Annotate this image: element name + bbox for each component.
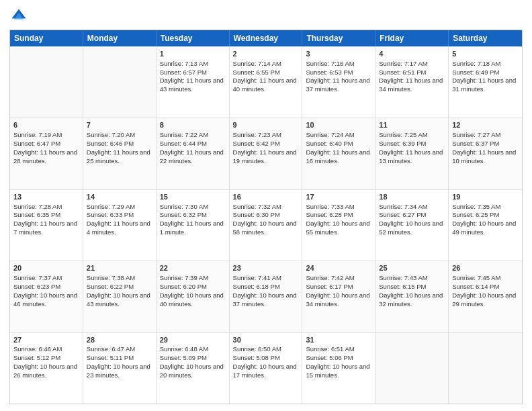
sunset-text: Sunset: 6:22 PM xyxy=(87,283,134,290)
sunset-text: Sunset: 6:28 PM xyxy=(306,211,353,218)
day-number: 9 xyxy=(233,120,299,130)
calendar-cell: 23Sunrise: 7:41 AMSunset: 6:18 PMDayligh… xyxy=(230,261,303,332)
calendar-cell: 19Sunrise: 7:35 AMSunset: 6:25 PMDayligh… xyxy=(449,190,522,261)
day-number: 22 xyxy=(160,263,226,273)
daylight-text: Daylight: 11 hours and 1 minute. xyxy=(160,220,224,236)
sunrise-text: Sunrise: 7:34 AM xyxy=(379,203,427,210)
sunset-text: Sunset: 6:51 PM xyxy=(379,68,426,76)
daylight-text: Daylight: 10 hours and 37 minutes. xyxy=(233,291,297,308)
sunrise-text: Sunrise: 7:23 AM xyxy=(233,131,281,138)
day-number: 7 xyxy=(87,120,152,130)
calendar-header-row: SundayMondayTuesdayWednesdayThursdayFrid… xyxy=(10,30,522,46)
day-number: 4 xyxy=(379,49,445,59)
day-number: 6 xyxy=(13,120,79,130)
calendar-cell: 27Sunrise: 6:46 AMSunset: 5:12 PMDayligh… xyxy=(10,333,83,404)
daylight-text: Daylight: 11 hours and 7 minutes. xyxy=(13,220,77,236)
sunrise-text: Sunrise: 7:30 AM xyxy=(160,203,208,210)
calendar-cell: 24Sunrise: 7:42 AMSunset: 6:17 PMDayligh… xyxy=(302,261,375,332)
day-number: 13 xyxy=(13,192,79,202)
sunset-text: Sunset: 6:57 PM xyxy=(160,68,207,76)
sunrise-text: Sunrise: 7:42 AM xyxy=(306,274,354,281)
calendar-cell: 16Sunrise: 7:32 AMSunset: 6:30 PMDayligh… xyxy=(230,190,303,261)
sunset-text: Sunset: 6:15 PM xyxy=(379,283,426,290)
sunrise-text: Sunrise: 7:22 AM xyxy=(160,131,208,138)
daylight-text: Daylight: 11 hours and 34 minutes. xyxy=(379,77,443,93)
sunset-text: Sunset: 6:14 PM xyxy=(452,283,499,290)
calendar-cell: 4Sunrise: 7:17 AMSunset: 6:51 PMDaylight… xyxy=(375,47,449,118)
daylight-text: Daylight: 10 hours and 29 minutes. xyxy=(452,291,516,308)
daylight-text: Daylight: 10 hours and 34 minutes. xyxy=(306,291,369,308)
sunrise-text: Sunrise: 6:47 AM xyxy=(87,345,135,353)
calendar-cell: 26Sunrise: 7:45 AMSunset: 6:14 PMDayligh… xyxy=(449,261,522,332)
calendar-cell: 31Sunrise: 6:51 AMSunset: 5:06 PMDayligh… xyxy=(302,333,375,404)
daylight-text: Daylight: 10 hours and 20 minutes. xyxy=(160,363,224,379)
header-day-sunday: Sunday xyxy=(10,30,83,46)
day-number: 3 xyxy=(306,49,371,59)
sunset-text: Sunset: 6:18 PM xyxy=(233,283,280,290)
header-day-monday: Monday xyxy=(83,30,157,46)
calendar-cell: 7Sunrise: 7:20 AMSunset: 6:46 PMDaylight… xyxy=(83,118,157,189)
day-number: 16 xyxy=(233,192,299,202)
sunset-text: Sunset: 6:23 PM xyxy=(13,283,60,290)
calendar-row-2: 13Sunrise: 7:28 AMSunset: 6:35 PMDayligh… xyxy=(10,189,522,261)
header-day-tuesday: Tuesday xyxy=(157,30,230,46)
page: SundayMondayTuesdayWednesdayThursdayFrid… xyxy=(0,0,532,411)
sunrise-text: Sunrise: 7:16 AM xyxy=(306,60,354,67)
calendar-row-3: 20Sunrise: 7:37 AMSunset: 6:23 PMDayligh… xyxy=(10,261,522,332)
logo-area xyxy=(9,7,31,26)
calendar-cell: 17Sunrise: 7:33 AMSunset: 6:28 PMDayligh… xyxy=(302,190,375,261)
sunset-text: Sunset: 5:12 PM xyxy=(13,354,60,361)
day-number: 8 xyxy=(160,120,226,130)
day-number: 19 xyxy=(452,192,519,202)
calendar-cell: 8Sunrise: 7:22 AMSunset: 6:44 PMDaylight… xyxy=(157,118,230,189)
daylight-text: Daylight: 11 hours and 25 minutes. xyxy=(87,148,150,165)
calendar-cell: 25Sunrise: 7:43 AMSunset: 6:15 PMDayligh… xyxy=(375,261,449,332)
calendar-cell: 2Sunrise: 7:14 AMSunset: 6:55 PMDaylight… xyxy=(230,47,303,118)
daylight-text: Daylight: 10 hours and 46 minutes. xyxy=(13,291,77,308)
day-number: 15 xyxy=(160,192,226,202)
day-number: 5 xyxy=(452,49,519,59)
sunrise-text: Sunrise: 7:38 AM xyxy=(87,274,135,281)
sunrise-text: Sunrise: 7:41 AM xyxy=(233,274,281,281)
day-number: 18 xyxy=(379,192,445,202)
logo-icon xyxy=(9,7,28,26)
daylight-text: Daylight: 10 hours and 15 minutes. xyxy=(306,363,369,379)
sunset-text: Sunset: 6:35 PM xyxy=(13,211,60,218)
day-number: 31 xyxy=(306,335,371,345)
sunrise-text: Sunrise: 7:32 AM xyxy=(233,203,281,210)
day-number: 23 xyxy=(233,263,299,273)
sunrise-text: Sunrise: 7:37 AM xyxy=(13,274,62,281)
sunset-text: Sunset: 6:17 PM xyxy=(306,283,353,290)
sunset-text: Sunset: 6:30 PM xyxy=(233,211,280,218)
sunrise-text: Sunrise: 7:45 AM xyxy=(452,274,500,281)
calendar-cell: 3Sunrise: 7:16 AMSunset: 6:53 PMDaylight… xyxy=(302,47,375,118)
day-number: 24 xyxy=(306,263,371,273)
day-number: 12 xyxy=(452,120,519,130)
sunset-text: Sunset: 6:44 PM xyxy=(160,140,207,147)
sunrise-text: Sunrise: 7:43 AM xyxy=(379,274,427,281)
calendar-row-4: 27Sunrise: 6:46 AMSunset: 5:12 PMDayligh… xyxy=(10,332,522,404)
day-number: 21 xyxy=(87,263,152,273)
calendar-body: 1Sunrise: 7:13 AMSunset: 6:57 PMDaylight… xyxy=(10,46,522,404)
sunset-text: Sunset: 6:40 PM xyxy=(306,140,353,147)
sunset-text: Sunset: 6:53 PM xyxy=(306,68,353,76)
header-day-thursday: Thursday xyxy=(302,30,375,46)
calendar-cell: 11Sunrise: 7:25 AMSunset: 6:39 PMDayligh… xyxy=(375,118,449,189)
calendar-cell: 13Sunrise: 7:28 AMSunset: 6:35 PMDayligh… xyxy=(10,190,83,261)
sunrise-text: Sunrise: 7:13 AM xyxy=(160,60,208,67)
calendar-cell: 5Sunrise: 7:18 AMSunset: 6:49 PMDaylight… xyxy=(449,47,522,118)
header xyxy=(9,7,523,26)
day-number: 26 xyxy=(452,263,519,273)
calendar-cell: 1Sunrise: 7:13 AMSunset: 6:57 PMDaylight… xyxy=(157,47,230,118)
sunset-text: Sunset: 5:09 PM xyxy=(160,354,207,361)
sunrise-text: Sunrise: 7:24 AM xyxy=(306,131,354,138)
calendar-cell xyxy=(83,47,157,118)
calendar-cell: 28Sunrise: 6:47 AMSunset: 5:11 PMDayligh… xyxy=(83,333,157,404)
daylight-text: Daylight: 11 hours and 22 minutes. xyxy=(160,148,224,165)
daylight-text: Daylight: 10 hours and 17 minutes. xyxy=(233,363,297,379)
calendar-cell: 15Sunrise: 7:30 AMSunset: 6:32 PMDayligh… xyxy=(157,190,230,261)
day-number: 25 xyxy=(379,263,445,273)
calendar-cell: 12Sunrise: 7:27 AMSunset: 6:37 PMDayligh… xyxy=(449,118,522,189)
calendar-cell: 29Sunrise: 6:48 AMSunset: 5:09 PMDayligh… xyxy=(157,333,230,404)
daylight-text: Daylight: 10 hours and 55 minutes. xyxy=(306,220,369,236)
